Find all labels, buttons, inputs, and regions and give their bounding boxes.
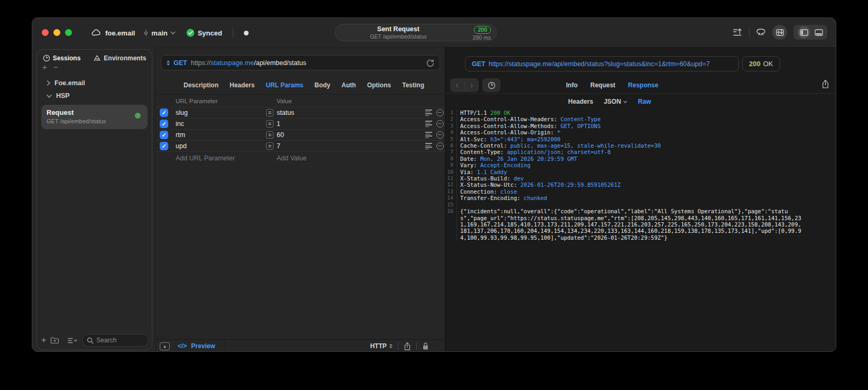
toggle-bottom-panel-icon[interactable] [815,29,823,36]
remove-row-icon[interactable] [436,120,444,128]
subtab-json[interactable]: JSON [604,98,627,105]
line-number: 11 [445,175,457,182]
sort-list-icon[interactable] [68,337,78,344]
param-name[interactable]: slug [176,109,188,116]
response-url-box[interactable]: GET https://statuspage.me/api/embed/stat… [465,56,739,71]
equals-icon: = [266,131,273,139]
tab-headers[interactable]: Headers [230,81,254,89]
line-content: Cache-Control: public, max-age=15, stale… [457,142,661,149]
remove-row-icon[interactable] [436,142,444,150]
response-line: 4Access-Control-Allow-Origin: * [445,129,835,135]
unsaved-indicator-dot [244,31,249,35]
back-icon[interactable]: ‹ [450,78,464,92]
column-value: Value [277,98,292,104]
url-params-table: URL Parameter Value ✓ slug = status ✓ in… [156,95,445,164]
sync-status[interactable]: Synced [186,29,222,37]
minimize-window-button[interactable] [53,29,60,36]
project-name[interactable]: foe.email [105,29,135,37]
forward-icon[interactable]: › [465,78,479,92]
app-window: foe.email main [32,17,836,352]
subtab-headers[interactable]: Headers [568,98,593,105]
import-export-icon[interactable] [733,28,743,37]
row-options-icon[interactable] [425,132,433,138]
line-number: 12 [445,182,457,188]
response-url: https://statuspage.me/api/embed/status?s… [489,60,710,68]
tree-item-hsp[interactable]: HSP [40,89,149,102]
search-box[interactable] [82,334,149,347]
param-row-rtm: ✓ rtm = 60 [156,130,445,141]
tab-body[interactable]: Body [315,81,331,89]
remove-row-icon[interactable] [436,131,444,139]
history-clock-icon[interactable] [482,78,500,92]
param-value[interactable]: 7 [277,142,280,150]
param-value[interactable]: 60 [277,131,284,139]
zoom-window-button[interactable] [65,29,72,36]
response-status-text: OK [763,60,773,68]
param-checkbox[interactable]: ✓ [160,120,168,128]
remove-icon[interactable]: − [53,64,58,70]
sent-request-subtitle: GET /api/embed/status [335,33,461,40]
tree-item-label: HSP [56,92,70,99]
tab-auth[interactable]: Auth [342,81,356,89]
protocol-selector[interactable]: HTTP [370,342,392,350]
close-window-button[interactable] [42,29,49,36]
response-tabs: Info Request Response [566,78,659,92]
response-body[interactable]: 1HTTP/1.1 200 OK2Access-Control-Allow-He… [445,110,835,350]
new-folder-icon[interactable] [50,337,59,344]
search-input[interactable] [96,337,144,344]
export-response-icon[interactable] [821,79,829,89]
sent-request-pill[interactable]: Sent Request GET /api/embed/status 200 2… [335,24,497,41]
tab-response[interactable]: Response [628,81,658,89]
tab-sessions[interactable]: Sessions [43,55,81,62]
param-checkbox[interactable]: ✓ [160,131,168,139]
titlebar-actions [733,25,827,40]
resend-icon[interactable] [426,59,434,67]
new-request-icon[interactable]: + [41,337,46,343]
preview-button[interactable]: </> Preview [178,342,215,350]
window-controls [42,29,72,36]
tab-environments[interactable]: Environments [93,55,146,62]
row-options-icon[interactable] [425,143,433,149]
param-name[interactable]: rtm [176,131,185,139]
param-name[interactable]: inc [176,120,184,128]
row-options-icon[interactable] [425,121,433,127]
branch-selector[interactable]: main [143,29,175,37]
cloud-icon [92,29,101,37]
param-checkbox[interactable]: ✓ [160,108,168,117]
param-name[interactable]: upd [176,142,187,150]
tab-url-params[interactable]: URL Params [266,81,303,89]
param-checkbox[interactable]: ✓ [160,142,168,150]
param-value[interactable]: status [277,109,294,116]
line-number: 4 [445,129,457,135]
row-options-icon[interactable] [425,110,433,116]
sidebar-request-item[interactable]: Request GET /api/embed/status [41,105,148,129]
request-method[interactable]: GET [173,59,187,67]
send-receive-icon[interactable] [772,25,787,40]
tab-request[interactable]: Request [590,81,615,89]
share-icon[interactable] [404,342,411,351]
tab-description[interactable]: Description [184,81,218,89]
lock-icon [422,342,429,350]
remove-row-icon[interactable] [436,109,444,116]
sidebar-add-remove: + − [37,62,152,70]
add-icon[interactable]: + [42,64,47,70]
tree-item-foe-email[interactable]: Foe.email [40,77,149,89]
add-value-field[interactable]: Add Value [277,155,307,162]
request-url-bar[interactable]: GET https://statuspage.me/api/embed/stat… [161,55,440,70]
protocol-dropdown-icon [389,344,392,348]
method-dropdown-icon[interactable] [167,60,170,66]
add-url-parameter-field[interactable]: Add URL Parameter [176,155,235,162]
subtab-raw[interactable]: Raw [638,98,651,105]
toggle-left-panel-icon[interactable] [798,26,810,39]
param-value[interactable]: 1 [277,120,280,128]
collapse-panel-icon[interactable]: ▲ [160,342,170,350]
tab-info[interactable]: Info [566,81,578,89]
lasso-icon[interactable] [756,28,766,37]
line-number: 10 [445,169,457,175]
request-url[interactable]: https://statuspage.me/api/embed/status [191,59,306,67]
params-table-header: URL Parameter Value [156,95,445,107]
response-line: 8Date: Mon, 26 Jan 2026 20:29:59 GMT [445,156,835,162]
tab-testing[interactable]: Testing [402,81,424,89]
footer-divider [416,342,417,350]
tab-options[interactable]: Options [367,81,391,89]
